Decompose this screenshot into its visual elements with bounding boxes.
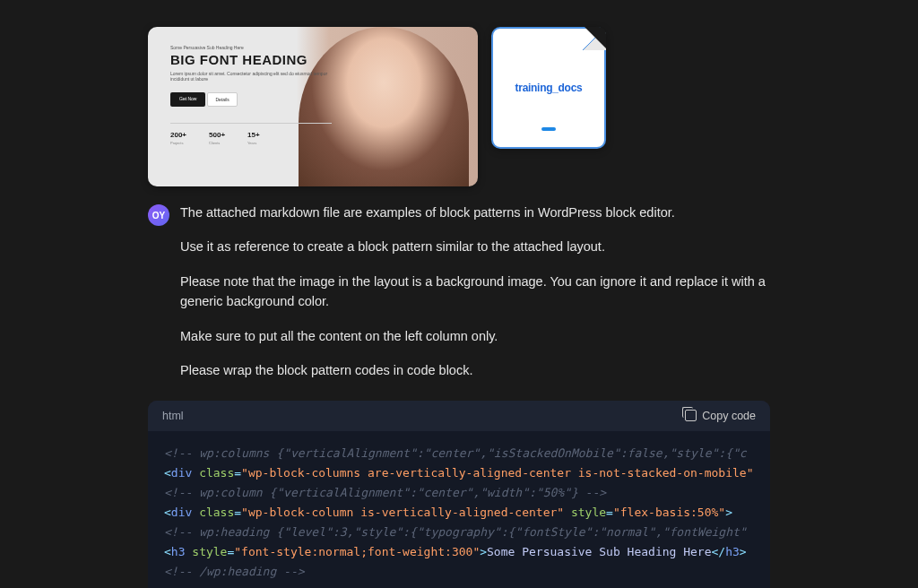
code-header: html Copy code [148, 401, 770, 431]
user-avatar: OY [148, 204, 169, 226]
preview-btn-primary: Get Now [170, 92, 205, 107]
message-paragraph: The attached markdown file are examples … [180, 203, 770, 222]
code-content[interactable]: <!-- wp:columns {"verticalAlignment":"ce… [148, 431, 770, 588]
user-message: OY The attached markdown file are exampl… [148, 203, 770, 381]
file-attachment[interactable]: training_docs [491, 27, 606, 149]
preview-heading: BIG FONT HEADING [170, 52, 332, 67]
chat-container: Some Persuasive Sub Heading Here BIG FON… [0, 0, 918, 588]
file-name: training_docs [515, 82, 583, 94]
attachments-row: Some Persuasive Sub Heading Here BIG FON… [148, 27, 770, 186]
file-fold-icon [583, 27, 606, 50]
message-paragraph: Please note that the image in the layout… [180, 272, 770, 312]
clipboard-icon [685, 410, 697, 421]
image-attachment[interactable]: Some Persuasive Sub Heading Here BIG FON… [148, 27, 478, 186]
stat-item: 15+Years [247, 131, 260, 145]
preview-description: Lorem ipsum dolor sit amet. Consectetur … [170, 71, 332, 82]
file-dash-icon [541, 127, 556, 131]
message-paragraph: Please wrap the block pattern codes in c… [180, 360, 770, 380]
preview-btn-secondary: Details [207, 92, 237, 107]
message-paragraph: Make sure to put all the content on the … [180, 326, 770, 346]
stat-item: 200+Projects [170, 131, 186, 145]
code-block: html Copy code <!-- wp:columns {"vertica… [148, 401, 770, 588]
copy-label: Copy code [702, 410, 756, 422]
message-text: The attached markdown file are examples … [180, 203, 770, 381]
message-paragraph: Use it as reference to create a block pa… [180, 237, 770, 256]
image-preview-content: Some Persuasive Sub Heading Here BIG FON… [170, 45, 332, 145]
copy-code-button[interactable]: Copy code [685, 410, 756, 422]
preview-buttons: Get Now Details [170, 92, 332, 107]
preview-subheading: Some Persuasive Sub Heading Here [170, 45, 332, 50]
stat-item: 500+Clients [209, 131, 225, 145]
preview-stats: 200+Projects 500+Clients 15+Years [170, 123, 332, 145]
code-language-label: html [162, 410, 184, 422]
